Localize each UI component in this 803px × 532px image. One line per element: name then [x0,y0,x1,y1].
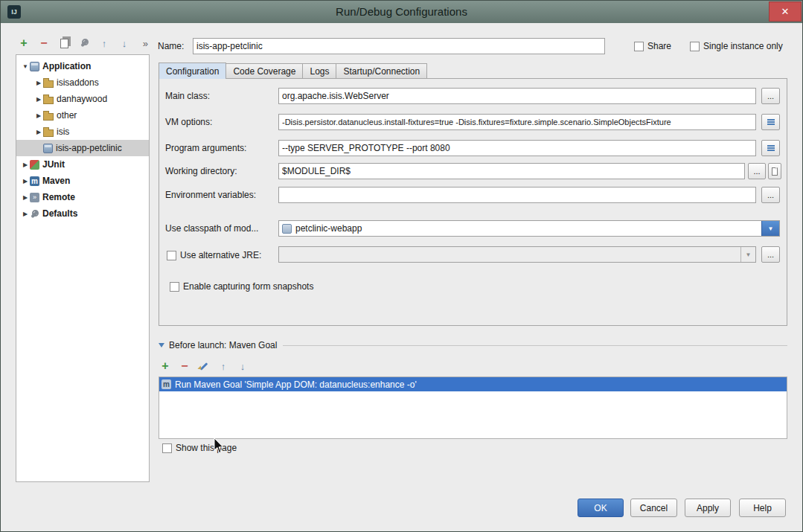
expand-icon [767,119,775,125]
mouse-cursor [214,438,224,454]
expand-arrow-icon[interactable]: ▶ [21,194,30,201]
dialog-title: Run/Debug Configurations [1,1,802,23]
tree-item-isisaddons[interactable]: ▶isisaddons [16,74,149,91]
run-debug-configurations-dialog: IJ Run/Debug Configurations ✕ » ▼Applica… [0,0,803,532]
working-directory-browse-button[interactable]: ... [748,163,766,179]
program-arguments-expand-button[interactable] [761,140,780,156]
working-directory-label: Working directory: [165,163,237,179]
copy-icon[interactable] [57,36,71,50]
expand-arrow-icon[interactable]: ▶ [21,211,30,217]
share-label: Share [647,41,671,51]
tab-startup-connection[interactable]: Startup/Connection [336,63,427,79]
tree-item-label: isisaddons [57,77,99,88]
classpath-dropdown-button[interactable]: ▼ [761,221,779,236]
tree-item-application[interactable]: ▼Application [16,58,149,74]
remove-icon[interactable] [37,36,51,50]
expand-arrow-icon[interactable]: ▶ [34,96,43,103]
tree-item-junit[interactable]: ▶JUnit [16,156,149,173]
environment-variables-input[interactable] [278,187,756,203]
tree-item-label: Remote [42,192,75,202]
help-button[interactable]: Help [739,499,786,517]
collapse-triangle-icon[interactable] [159,343,164,347]
tab-logs[interactable]: Logs [302,63,336,79]
tree-item-label: JUnit [42,159,65,170]
tree-item-isis[interactable]: ▶isis [16,124,149,140]
main-class-browse-button[interactable]: ... [761,88,780,104]
working-directory-input[interactable] [278,163,745,179]
add-icon[interactable] [17,36,31,50]
vm-options-input[interactable] [278,114,756,130]
tree-item-isis-app-petclinic[interactable]: isis-app-petclinic [16,140,149,156]
tree-item-defaults[interactable]: ▶Defaults [16,205,149,222]
single-instance-checkbox-group: Single instance only [690,40,783,52]
alternative-jre-browse-button[interactable]: ... [761,246,780,263]
expand-arrow-icon[interactable]: ▶ [21,161,30,168]
separator-line [283,345,787,346]
expand-arrow-icon[interactable]: ▶ [34,80,43,86]
vm-options-expand-button[interactable] [761,114,780,130]
collapse-arrow-icon[interactable]: ▼ [21,63,30,70]
form-snapshots-label: Enable capturing form snapshots [183,281,313,292]
move-up-icon[interactable] [97,36,111,50]
tree-item-maven[interactable]: ▶Maven [16,173,149,189]
form-snapshots-checkbox-group: Enable capturing form snapshots [170,281,313,292]
classpath-combo[interactable]: petclinic-webapp ▼ [278,220,780,237]
main-class-label: Main class: [165,88,210,104]
tab-configuration[interactable]: Configuration [159,63,226,79]
alternative-jre-combo[interactable]: ▼ [278,246,756,263]
edit-defaults-icon[interactable] [77,36,91,50]
tree-item-label: isis [57,126,69,137]
single-instance-label: Single instance only [703,41,783,51]
module-icon [282,224,292,234]
tree-item-danhaywood[interactable]: ▶danhaywood [16,91,149,107]
environment-variables-label: Environment variables: [165,187,256,203]
move-down-icon[interactable] [236,359,249,373]
before-launch-title: Before launch: Maven Goal [169,340,277,350]
add-icon[interactable] [159,359,172,373]
ok-button[interactable]: OK [578,499,624,517]
before-launch-toolbar [159,359,249,374]
apply-button[interactable]: Apply [685,499,731,517]
edit-icon[interactable] [197,359,211,373]
tree-item-other[interactable]: ▶other [16,107,149,124]
folder-icon [43,113,54,121]
name-label: Name: [158,38,184,54]
application-icon [30,62,39,71]
expand-icon [767,145,775,151]
alternative-jre-checkbox-group: Use alternative JRE: [167,249,261,261]
main-class-input[interactable] [278,88,756,104]
vm-options-label: VM options: [165,114,212,130]
before-launch-header: Before launch: Maven Goal [159,339,787,351]
program-arguments-input[interactable] [278,140,756,156]
show-this-page-checkbox-group: Show this page [162,442,237,454]
classpath-label: Use classpath of mod... [165,220,258,237]
expand-arrow-icon[interactable]: ▶ [34,129,43,135]
application-icon [43,144,53,153]
tree-item-label: Application [42,61,91,71]
alternative-jre-checkbox[interactable] [167,251,176,260]
overflow-chevrons-icon[interactable]: » [143,38,148,49]
tree-item-remote[interactable]: ▶Remote [16,189,149,205]
close-button[interactable]: ✕ [769,1,802,22]
single-instance-checkbox[interactable] [690,42,700,51]
before-launch-task-label: Run Maven Goal 'Simple App DOM: datanucl… [175,379,417,390]
tree-item-label: danhaywood [57,94,107,104]
move-up-icon[interactable] [217,359,230,373]
show-this-page-checkbox[interactable] [162,443,172,453]
tab-code-coverage[interactable]: Code Coverage [226,63,302,79]
junit-icon [30,160,39,170]
working-directory-macro-button[interactable] [768,163,781,179]
cancel-button[interactable]: Cancel [630,499,677,517]
move-down-icon[interactable] [118,36,131,50]
before-launch-task[interactable]: Run Maven Goal 'Simple App DOM: datanucl… [159,377,787,391]
environment-variables-browse-button[interactable]: ... [761,187,780,203]
expand-arrow-icon[interactable]: ▶ [34,112,43,119]
expand-arrow-icon[interactable]: ▶ [21,178,30,185]
folder-icon [43,129,54,137]
title-bar: IJ Run/Debug Configurations [1,1,802,23]
form-snapshots-checkbox[interactable] [170,282,179,292]
remove-icon[interactable] [178,359,191,373]
name-input[interactable] [193,38,605,54]
share-checkbox[interactable] [634,42,644,51]
close-icon: ✕ [781,6,790,17]
